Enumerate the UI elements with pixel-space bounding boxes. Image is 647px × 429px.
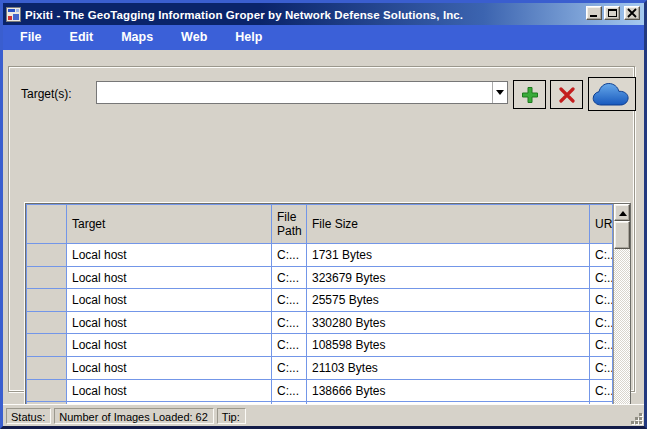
cell-filepath[interactable]: C:... xyxy=(272,289,307,312)
menu-edit[interactable]: Edit xyxy=(61,26,103,49)
row-header-cell[interactable] xyxy=(27,267,67,290)
grid-corner-header[interactable] xyxy=(27,205,67,244)
table-row: Local hostC:...330280 BytesC:... xyxy=(27,312,613,335)
cell-filesize[interactable]: 21103 Bytes xyxy=(307,357,590,380)
cell-target[interactable]: Local host xyxy=(67,312,272,335)
app-window: Pixiti - The GeoTagging Information Grop… xyxy=(0,0,647,429)
maximize-button[interactable] xyxy=(604,6,620,20)
row-header-cell[interactable] xyxy=(27,380,67,403)
cell-filepath[interactable]: C:... xyxy=(272,357,307,380)
table-row: Local hostC:...25575 BytesC:... xyxy=(27,289,613,312)
cell-target[interactable]: Local host xyxy=(67,357,272,380)
row-header-cell[interactable] xyxy=(27,357,67,380)
menu-web[interactable]: Web xyxy=(172,26,216,49)
target-combobox-value[interactable] xyxy=(97,82,492,103)
close-icon xyxy=(627,8,637,18)
cell-url[interactable]: C:... xyxy=(590,334,613,357)
menu-maps[interactable]: Maps xyxy=(112,26,162,49)
cell-filepath[interactable]: C:... xyxy=(272,244,307,267)
cloud-icon xyxy=(592,81,632,108)
column-header-url[interactable]: URL xyxy=(590,205,613,244)
target-label: Target(s): xyxy=(21,87,72,101)
maximize-icon xyxy=(608,9,617,17)
grid-viewport: Target File Path File Size URL Local hos… xyxy=(26,204,613,429)
app-icon xyxy=(6,7,21,22)
cell-filesize[interactable]: 25575 Bytes xyxy=(307,289,590,312)
cell-url[interactable]: C:... xyxy=(590,289,613,312)
row-header-cell[interactable] xyxy=(27,289,67,312)
target-combobox[interactable] xyxy=(96,81,508,104)
status-panel: Status: xyxy=(6,408,51,424)
close-button[interactable] xyxy=(624,6,640,20)
minimize-icon xyxy=(590,15,597,17)
cell-filesize[interactable]: 138666 Bytes xyxy=(307,380,590,403)
row-header-cell[interactable] xyxy=(27,312,67,335)
table-row: Local hostC:...108598 BytesC:... xyxy=(27,334,613,357)
menu-bar: File Edit Maps Web Help xyxy=(3,25,644,50)
cell-filepath[interactable]: C:... xyxy=(272,380,307,403)
title-bar: Pixiti - The GeoTagging Information Grop… xyxy=(3,3,644,25)
tip-panel: Tip: xyxy=(217,408,246,424)
main-groupbox: Target(s): xyxy=(8,66,635,392)
images-loaded-panel: Number of Images Loaded: 62 xyxy=(54,408,214,424)
cell-url[interactable]: C:... xyxy=(590,380,613,403)
column-header-file-size[interactable]: File Size xyxy=(307,205,590,244)
cell-target[interactable]: Local host xyxy=(67,267,272,290)
menu-file[interactable]: File xyxy=(11,26,51,49)
table-row: Local hostC:...138666 BytesC:... xyxy=(27,380,613,403)
cell-url[interactable]: C:... xyxy=(590,244,613,267)
delete-target-button[interactable] xyxy=(550,80,583,109)
table-row: Local hostC:...323679 BytesC:... xyxy=(27,267,613,290)
vertical-scrollbar[interactable] xyxy=(613,204,630,429)
cell-url[interactable]: C:... xyxy=(590,357,613,380)
cell-filesize[interactable]: 330280 Bytes xyxy=(307,312,590,335)
grid-rows: Local hostC:...1731 BytesC:...Local host… xyxy=(27,244,613,429)
chevron-down-icon xyxy=(496,90,504,95)
cell-filepath[interactable]: C:... xyxy=(272,312,307,335)
cell-filesize[interactable]: 1731 Bytes xyxy=(307,244,590,267)
window-title: Pixiti - The GeoTagging Information Grop… xyxy=(25,8,463,21)
table-row: Local hostC:...1731 BytesC:... xyxy=(27,244,613,267)
cell-filepath[interactable]: C:... xyxy=(272,267,307,290)
cell-target[interactable]: Local host xyxy=(67,334,272,357)
column-header-file-path[interactable]: File Path xyxy=(272,205,307,244)
cell-target[interactable]: Local host xyxy=(67,244,272,267)
status-bar: Status: Number of Images Loaded: 62 Tip: xyxy=(3,404,644,426)
cell-target[interactable]: Local host xyxy=(67,289,272,312)
row-header-cell[interactable] xyxy=(27,244,67,267)
cell-target[interactable]: Local host xyxy=(67,380,272,403)
combobox-dropdown-button[interactable] xyxy=(492,82,507,103)
row-header-cell[interactable] xyxy=(27,334,67,357)
column-header-target[interactable]: Target xyxy=(67,205,272,244)
minimize-button[interactable] xyxy=(586,6,602,20)
menu-help[interactable]: Help xyxy=(226,26,271,49)
cell-url[interactable]: C:... xyxy=(590,267,613,290)
arrow-up-icon xyxy=(619,211,627,216)
cell-url[interactable]: C:... xyxy=(590,312,613,335)
scroll-up-button[interactable] xyxy=(614,204,630,221)
cell-filesize[interactable]: 108598 Bytes xyxy=(307,334,590,357)
cell-filepath[interactable]: C:... xyxy=(272,334,307,357)
cloud-upload-button[interactable] xyxy=(588,77,636,111)
red-x-icon xyxy=(558,87,576,103)
resize-grip[interactable] xyxy=(629,411,642,424)
table-row: Local hostC:...21103 BytesC:... xyxy=(27,357,613,380)
add-target-button[interactable] xyxy=(513,80,546,109)
cell-filesize[interactable]: 323679 Bytes xyxy=(307,267,590,290)
grid-header-row: Target File Path File Size URL xyxy=(27,205,613,244)
scrollbar-thumb[interactable] xyxy=(614,221,630,249)
plus-icon xyxy=(521,86,539,104)
results-grid: Target File Path File Size URL Local hos… xyxy=(25,203,631,429)
